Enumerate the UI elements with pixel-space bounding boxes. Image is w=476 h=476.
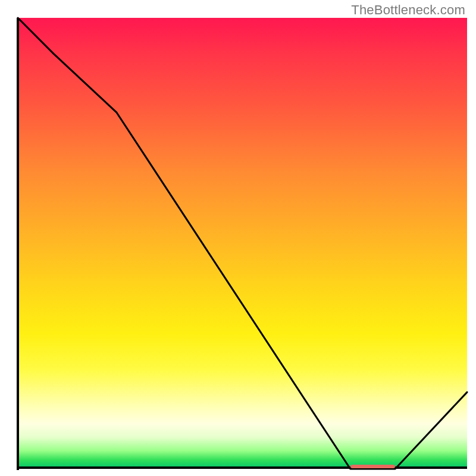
watermark-text: TheBottleneck.com [351,2,465,18]
bottleneck-curve [18,18,467,469]
optimal-range-marker [350,465,396,468]
